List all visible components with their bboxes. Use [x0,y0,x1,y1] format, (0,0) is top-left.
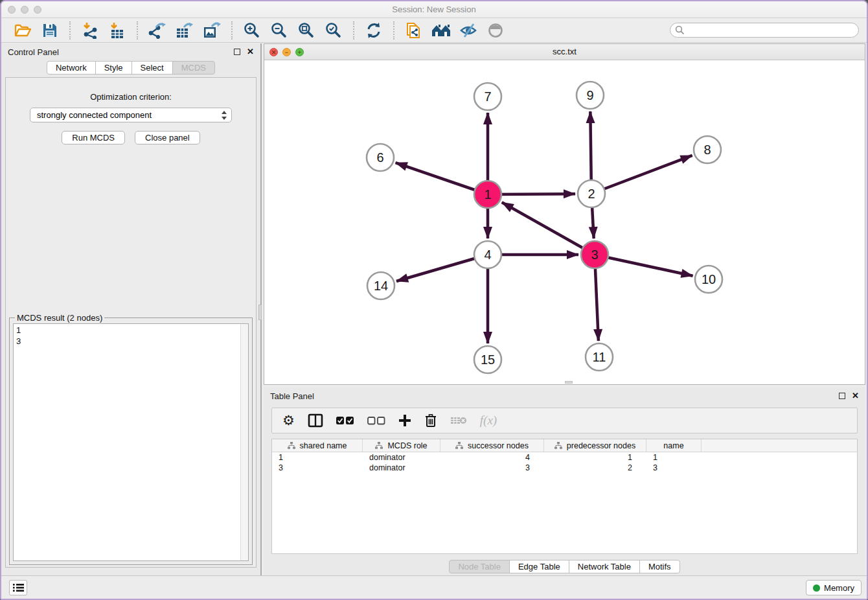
column-header-successor-nodes[interactable]: successor nodes [440,439,544,452]
zoom-selected-icon[interactable] [324,21,343,40]
open-session-icon[interactable] [13,21,32,40]
float-panel-icon[interactable] [234,49,240,55]
table-cell[interactable]: 3 [440,463,544,473]
search-icon [675,25,685,35]
table-row[interactable]: 3dominator323 [272,463,857,473]
table-cell[interactable]: dominator [363,463,440,473]
tab-style[interactable]: Style [95,61,132,75]
import-table-icon[interactable] [108,21,127,40]
network-graph[interactable]: 7968124314101511 [264,60,867,384]
graph-node-3[interactable]: 3 [581,241,608,268]
column-header-shared-name[interactable]: shared name [272,439,363,452]
graph-edge-3-1[interactable] [502,202,595,255]
table-settings-icon[interactable]: ⚙ [282,414,295,427]
graph-edge-3-10[interactable] [595,255,693,276]
deselect-all-icon[interactable] [367,417,385,425]
result-line: 3 [16,336,246,347]
node-label: 1 [484,187,491,202]
table-cell[interactable]: 3 [272,463,363,473]
export-table-icon[interactable] [175,21,194,40]
table-header-row: shared nameMCDS rolesuccessor nodesprede… [272,439,857,452]
minimize-window-button[interactable] [21,6,29,14]
apply-function-icon[interactable]: f(x) [480,413,497,428]
result-scrollbar[interactable] [240,324,248,560]
graph-node-11[interactable]: 11 [586,343,613,371]
table-cell[interactable]: 3 [646,463,702,473]
table-cell[interactable]: 1 [646,452,702,463]
zoom-window-button[interactable] [34,6,41,14]
graph-node-4[interactable]: 4 [474,241,501,268]
select-all-icon[interactable] [336,417,354,425]
column-header-MCDS-role[interactable]: MCDS role [363,439,440,452]
tab-node-table[interactable]: Node Table [449,560,510,573]
graph-node-10[interactable]: 10 [695,266,722,293]
graph-node-1[interactable]: 1 [474,181,501,208]
memory-button[interactable]: Memory [806,580,862,595]
mcds-result-list[interactable]: 13 [13,323,249,561]
graph-node-15[interactable]: 15 [474,346,501,373]
refresh-icon[interactable] [364,21,383,40]
control-panel-title: Control Panel [8,47,234,57]
close-table-panel-icon[interactable]: ✕ [852,393,859,399]
network-maximize-button[interactable]: + [295,48,304,56]
table-cell[interactable]: 2 [544,463,646,473]
network-minimize-button[interactable]: − [282,48,291,56]
network-close-button[interactable]: ✕ [269,48,278,56]
node-label: 15 [481,352,495,367]
zoom-in-icon[interactable] [242,21,262,40]
network-canvas[interactable]: 7968124314101511 [264,60,865,384]
hide-selected-icon[interactable] [459,21,478,40]
graph-node-6[interactable]: 6 [367,144,394,171]
save-session-icon[interactable] [40,21,60,40]
graph-node-9[interactable]: 9 [577,82,604,109]
duplicate-network-icon[interactable] [404,21,424,40]
graph-node-2[interactable]: 2 [578,180,605,207]
close-window-button[interactable] [8,6,16,14]
graph-node-7[interactable]: 7 [474,83,501,110]
export-image-icon[interactable] [202,21,222,40]
tab-motifs[interactable]: Motifs [639,560,680,573]
run-mcds-button[interactable]: Run MCDS [62,131,125,144]
node-label: 8 [703,143,711,157]
show-all-icon[interactable] [486,21,505,40]
import-network-icon[interactable] [80,21,100,40]
tab-network[interactable]: Network [47,61,96,75]
graph-edge-1-6[interactable] [396,163,488,194]
tab-select[interactable]: Select [131,61,173,75]
tab-edge-table[interactable]: Edge Table [509,560,569,573]
control-panel-tabs: NetworkStyleSelectMCDS [1,61,260,75]
node-table[interactable]: shared nameMCDS rolesuccessor nodesprede… [271,439,858,554]
split-columns-icon[interactable] [308,413,323,428]
panel-splitter-handle[interactable] [258,305,262,320]
table-panel-header: Table Panel ✕ [264,387,865,404]
export-network-icon[interactable] [148,21,167,40]
node-label: 2 [588,187,595,201]
delete-table-icon[interactable] [450,415,467,426]
close-panel-icon[interactable]: ✕ [247,49,254,55]
table-cell[interactable]: 1 [272,452,363,463]
show-panels-button[interactable] [9,580,27,595]
add-row-icon[interactable] [398,414,411,427]
column-header-predecessor-nodes[interactable]: predecessor nodes [544,439,646,452]
graph-node-8[interactable]: 8 [694,136,721,163]
table-row[interactable]: 1dominator411 [272,452,857,463]
table-cell[interactable]: 4 [440,452,544,463]
table-cell[interactable]: dominator [363,452,440,463]
float-table-panel-icon[interactable] [839,393,845,399]
first-neighbors-icon[interactable] [431,21,451,40]
graph-edge-2-8[interactable] [591,156,692,194]
list-icon [13,583,24,592]
table-tabs: Node TableEdge TableNetwork TableMotifs [264,560,865,573]
zoom-out-icon[interactable] [269,21,289,40]
search-input[interactable] [685,25,854,35]
close-panel-button[interactable]: Close panel [135,131,200,144]
zoom-fit-icon[interactable] [297,21,316,40]
column-header-name[interactable]: name [646,439,702,452]
optimization-criterion-select[interactable]: strongly connected component [30,108,232,122]
delete-row-icon[interactable] [424,413,437,428]
table-cell[interactable]: 1 [544,452,646,463]
graph-node-14[interactable]: 14 [367,272,394,299]
tab-mcds[interactable]: MCDS [172,61,215,75]
tab-network-table[interactable]: Network Table [569,560,640,573]
network-resize-handle[interactable] [565,381,573,384]
